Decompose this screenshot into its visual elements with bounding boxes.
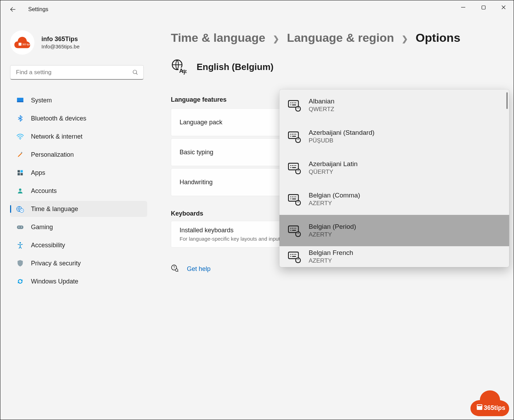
nav-item-privacy[interactable]: Privacy & security — [10, 255, 147, 271]
window-title: Settings — [28, 6, 48, 13]
svg-point-46 — [295, 165, 296, 166]
svg-point-55 — [290, 199, 291, 200]
svg-point-60 — [292, 228, 293, 229]
nav-label: Accessibility — [31, 242, 143, 249]
brush-icon — [16, 151, 24, 158]
dropdown-item-name: Azerbaijani (Standard) — [309, 129, 374, 137]
svg-text:?: ? — [173, 266, 175, 270]
language-globe-icon: A 字 — [171, 59, 188, 75]
nav-label: Accounts — [31, 187, 143, 195]
nav-label: Bluetooth & devices — [31, 115, 143, 122]
get-help-link[interactable]: Get help — [187, 265, 211, 273]
keyboard-icon — [288, 99, 301, 112]
keyboard-icon — [288, 224, 301, 237]
arrow-left-icon — [9, 6, 16, 13]
svg-point-52 — [292, 196, 293, 197]
nav-item-network[interactable]: Network & internet — [10, 129, 147, 145]
dropdown-item[interactable]: Belgian FrenchAZERTY — [279, 246, 509, 267]
svg-point-16 — [18, 227, 19, 228]
gamepad-icon — [16, 223, 24, 231]
nav-label: Network & internet — [31, 133, 143, 140]
svg-point-62 — [295, 228, 296, 229]
breadcrumb-item[interactable]: Language & region — [287, 31, 394, 45]
svg-point-17 — [21, 227, 22, 228]
nav-label: System — [31, 97, 143, 104]
svg-rect-34 — [288, 132, 299, 139]
close-button[interactable] — [493, 0, 514, 14]
user-profile[interactable]: 365 tips info 365Tips Info@365tips.be — [0, 25, 153, 62]
nav-item-accessibility[interactable]: Accessibility — [10, 237, 147, 253]
svg-rect-9 — [21, 170, 23, 173]
nav-item-bluetooth[interactable]: Bluetooth & devices — [10, 110, 147, 126]
search-icon — [132, 69, 139, 76]
dropdown-item-name: Azerbaijani Latin — [309, 160, 357, 168]
svg-point-35 — [290, 134, 291, 135]
dropdown-item-layout: AZERTY — [309, 231, 356, 238]
svg-rect-1 — [18, 43, 21, 46]
keyboard-layout-dropdown[interactable]: AlbanianQWERTZ Azerbaijani (Standard)PÜŞ… — [279, 90, 509, 267]
svg-point-37 — [294, 134, 295, 135]
apps-icon — [16, 169, 24, 177]
nav-item-apps[interactable]: Apps — [10, 165, 147, 181]
search-box[interactable] — [10, 65, 144, 80]
svg-point-71 — [290, 256, 291, 257]
nav-item-gaming[interactable]: Gaming — [10, 219, 147, 235]
svg-point-47 — [290, 167, 291, 168]
nav-item-time-language[interactable]: Time & language — [10, 201, 147, 217]
dropdown-item[interactable]: Azerbaijani LatinQÜERTY — [279, 152, 509, 184]
breadcrumb-item[interactable]: Time & language — [171, 31, 265, 45]
dropdown-item-selected[interactable]: Belgian (Period)AZERTY — [279, 215, 509, 246]
svg-point-68 — [292, 254, 293, 255]
dropdown-item-name: Albanian — [309, 98, 334, 105]
feature-label: Basic typing — [180, 149, 213, 156]
svg-point-12 — [19, 188, 22, 191]
nav-label: Time & language — [31, 205, 143, 213]
svg-point-67 — [290, 254, 291, 255]
svg-point-28 — [292, 102, 293, 103]
svg-point-36 — [292, 134, 293, 135]
minimize-icon — [461, 5, 466, 10]
svg-rect-72 — [292, 256, 296, 257]
svg-point-70 — [295, 254, 296, 255]
nav-item-accounts[interactable]: Accounts — [10, 183, 147, 199]
nav-item-system[interactable]: System — [10, 92, 147, 108]
scrollbar-thumb[interactable] — [506, 92, 508, 109]
nav-item-windows-update[interactable]: Windows Update — [10, 273, 147, 289]
language-name: English (Belgium) — [197, 62, 274, 72]
keyboard-icon — [288, 161, 301, 174]
svg-point-31 — [290, 104, 291, 106]
breadcrumb: Time & language ❯ Language & region ❯ Op… — [171, 31, 503, 45]
svg-point-45 — [294, 165, 295, 166]
dropdown-item[interactable]: Azerbaijani (Standard)PÜŞUDB — [279, 121, 509, 152]
accessibility-icon — [16, 241, 24, 249]
back-button[interactable] — [9, 6, 22, 13]
dropdown-item[interactable]: AlbanianQWERTZ — [279, 90, 509, 121]
svg-point-43 — [290, 165, 291, 166]
chevron-right-icon: ❯ — [400, 34, 409, 44]
svg-rect-32 — [292, 104, 296, 105]
dropdown-item[interactable]: Belgian (Comma)AZERTY — [279, 184, 509, 215]
user-name: info 365Tips — [41, 36, 79, 43]
keyboard-icon — [288, 193, 301, 206]
language-header: A 字 English (Belgium) — [171, 59, 503, 75]
nav-label: Windows Update — [31, 278, 143, 285]
title-bar: Settings — [0, 0, 514, 18]
svg-rect-15 — [17, 225, 23, 229]
dropdown-scrollbar[interactable] — [506, 92, 508, 264]
svg-point-39 — [290, 136, 291, 137]
dropdown-item-layout: PÜŞUDB — [309, 137, 374, 144]
nav-item-personalization[interactable]: Personalization — [10, 147, 147, 163]
dropdown-item-name: Belgian (Comma) — [309, 192, 360, 199]
dropdown-item-layout: QÜERTY — [309, 169, 357, 176]
svg-point-63 — [290, 230, 291, 231]
maximize-button[interactable] — [473, 0, 493, 14]
svg-point-44 — [292, 165, 293, 166]
nav-label: Privacy & security — [31, 260, 143, 267]
monitor-icon — [16, 96, 24, 104]
search-input[interactable] — [15, 69, 132, 76]
cloud-logo-icon: 365 tips — [13, 35, 31, 50]
minimize-button[interactable] — [453, 0, 473, 14]
watermark-logo: 365tips — [467, 389, 511, 417]
svg-rect-50 — [288, 195, 299, 201]
svg-point-27 — [290, 102, 291, 103]
